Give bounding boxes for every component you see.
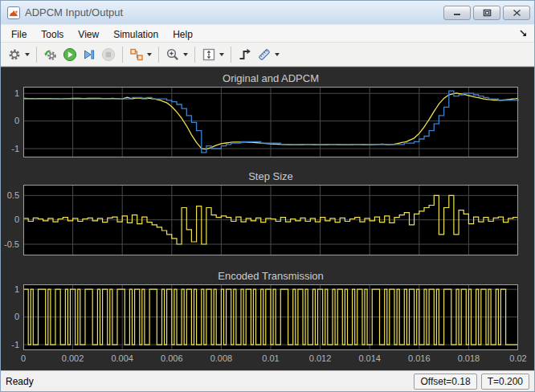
titlebar[interactable]: ADPCM Input/Output bbox=[1, 1, 534, 24]
toolbar-separator bbox=[231, 47, 231, 63]
plot-section-step-size: Step Size 0.50-0.5 bbox=[2, 169, 533, 255]
gear-arrow-icon bbox=[43, 47, 58, 62]
svg-text:0.002: 0.002 bbox=[62, 353, 84, 363]
svg-text:0.01: 0.01 bbox=[262, 353, 279, 363]
ruler-icon bbox=[257, 47, 272, 62]
svg-text:0.02: 0.02 bbox=[509, 353, 526, 363]
status-time: T=0.200 bbox=[481, 374, 529, 390]
menu-item-help[interactable]: Help bbox=[165, 27, 200, 43]
svg-text:1: 1 bbox=[14, 284, 19, 294]
step-size-plot[interactable]: 0.50-0.5 bbox=[2, 185, 523, 255]
svg-text:0.004: 0.004 bbox=[111, 353, 133, 363]
svg-text:-1: -1 bbox=[11, 144, 19, 153]
measurements-button[interactable] bbox=[255, 45, 282, 64]
plot-section-encoded-transmission: Encoded Transmission 10-100.0020.0040.00… bbox=[2, 268, 533, 365]
svg-text:0: 0 bbox=[14, 312, 19, 321]
svg-text:0: 0 bbox=[14, 116, 19, 125]
step-forward-icon bbox=[82, 47, 96, 62]
scope-display: Original and ADPCM 10-1 Step Size 0.50-0… bbox=[1, 67, 534, 370]
gear-icon bbox=[7, 47, 22, 62]
zoom-in-icon bbox=[165, 47, 180, 62]
scope-window: ADPCM Input/Output FileToolsViewSimulati… bbox=[0, 0, 535, 392]
close-button[interactable] bbox=[503, 6, 530, 20]
svg-text:0.5: 0.5 bbox=[7, 190, 19, 200]
original-adpcm-plot[interactable]: 10-1 bbox=[2, 87, 523, 157]
toolbar-separator bbox=[194, 47, 195, 63]
svg-text:0.006: 0.006 bbox=[161, 353, 183, 363]
trigger-icon bbox=[238, 47, 252, 62]
play-icon bbox=[63, 47, 77, 62]
svg-text:-0.5: -0.5 bbox=[4, 239, 19, 249]
window-title: ADPCM Input/Output bbox=[25, 6, 443, 18]
dock-icon[interactable] bbox=[518, 28, 529, 39]
maximize-button[interactable] bbox=[473, 6, 500, 20]
svg-text:0.018: 0.018 bbox=[458, 353, 480, 363]
update-diagram-button[interactable] bbox=[41, 45, 60, 64]
minimize-button[interactable] bbox=[443, 6, 471, 20]
toolbar-separator bbox=[122, 47, 123, 63]
status-ready: Ready bbox=[6, 376, 34, 387]
dropdown-caret-icon bbox=[275, 53, 280, 56]
plot-section-original-adpcm: Original and ADPCM 10-1 bbox=[2, 71, 533, 157]
menu-item-view[interactable]: View bbox=[71, 27, 106, 43]
dropdown-caret-icon bbox=[147, 53, 152, 56]
toolbar bbox=[1, 43, 534, 67]
svg-text:-1: -1 bbox=[11, 340, 19, 349]
menu-item-tools[interactable]: Tools bbox=[34, 27, 71, 43]
trigger-button[interactable] bbox=[235, 45, 255, 64]
minimize-icon bbox=[453, 9, 461, 16]
dropdown-caret-icon bbox=[25, 53, 30, 56]
signal-selector-button[interactable] bbox=[127, 45, 154, 64]
settings-button[interactable] bbox=[5, 45, 32, 64]
dropdown-caret-icon bbox=[219, 53, 224, 56]
svg-text:1: 1 bbox=[14, 88, 19, 98]
simulink-scope-icon bbox=[7, 6, 20, 19]
menu-item-simulation[interactable]: Simulation bbox=[106, 27, 165, 43]
svg-text:0.014: 0.014 bbox=[358, 353, 381, 363]
svg-text:0.012: 0.012 bbox=[309, 353, 332, 363]
plot-title-encoded-transmission: Encoded Transmission bbox=[2, 268, 518, 284]
simulink-blocks-icon bbox=[129, 47, 144, 62]
stop-button bbox=[99, 45, 118, 64]
zoom-button[interactable] bbox=[163, 45, 190, 64]
toolbar-separator bbox=[36, 47, 37, 63]
menubar: FileToolsViewSimulationHelp bbox=[1, 24, 534, 43]
stop-icon bbox=[101, 47, 116, 62]
svg-text:0: 0 bbox=[21, 353, 26, 363]
run-button[interactable] bbox=[60, 45, 80, 64]
close-icon bbox=[513, 9, 521, 17]
encoded-transmission-plot[interactable]: 10-100.0020.0040.0060.0080.010.0120.0140… bbox=[2, 284, 523, 365]
toolbar-separator bbox=[158, 47, 159, 63]
statusbar: Ready Offset=0.18 T=0.200 bbox=[1, 370, 534, 391]
plot-title-original-adpcm: Original and ADPCM bbox=[2, 71, 518, 87]
maximize-icon bbox=[483, 9, 492, 17]
dropdown-caret-icon bbox=[183, 53, 188, 56]
menu-item-file[interactable]: File bbox=[4, 27, 34, 43]
status-offset: Offset=0.18 bbox=[414, 374, 476, 390]
plot-title-step-size: Step Size bbox=[2, 169, 518, 185]
svg-text:0: 0 bbox=[14, 214, 19, 224]
fit-to-view-button[interactable] bbox=[199, 45, 227, 64]
fit-to-view-icon bbox=[202, 47, 216, 62]
svg-text:0.008: 0.008 bbox=[210, 353, 233, 363]
svg-text:0.016: 0.016 bbox=[408, 353, 431, 363]
step-forward-button[interactable] bbox=[80, 45, 99, 64]
